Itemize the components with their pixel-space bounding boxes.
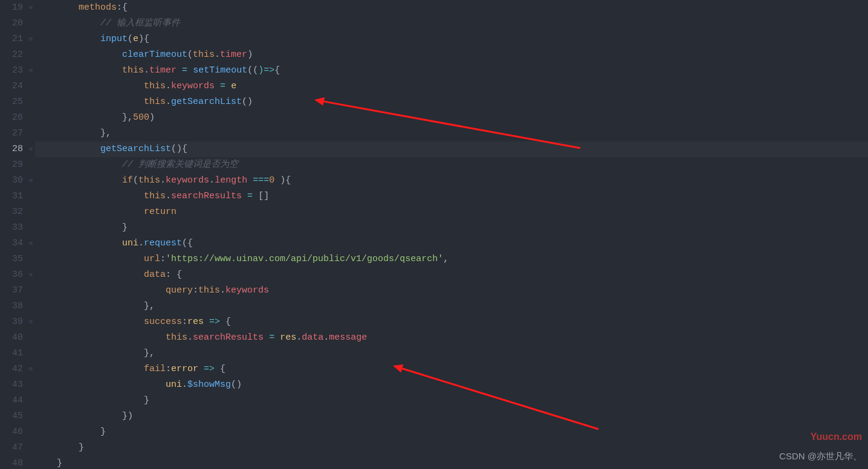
code-line[interactable]: this.searchResults = [] bbox=[35, 189, 868, 204]
code-line[interactable]: },500) bbox=[35, 110, 868, 126]
fold-marker bbox=[27, 189, 35, 204]
code-area[interactable]: methods:{ // 输入框监听事件 input(e){ clearTime… bbox=[35, 0, 868, 469]
fold-marker bbox=[27, 440, 35, 456]
fold-marker bbox=[27, 79, 35, 94]
fold-marker bbox=[27, 283, 35, 299]
line-number[interactable]: 44 bbox=[0, 393, 27, 409]
line-number[interactable]: 37 bbox=[0, 283, 27, 299]
code-line[interactable]: uni.request({ bbox=[35, 236, 868, 251]
code-line[interactable]: this.keywords = e bbox=[35, 79, 868, 94]
fold-marker bbox=[27, 110, 35, 126]
code-line[interactable]: // 输入框监听事件 bbox=[35, 16, 868, 31]
code-line[interactable]: data: { bbox=[35, 267, 868, 283]
line-number[interactable]: 22 bbox=[0, 47, 27, 63]
line-number[interactable]: 47 bbox=[0, 440, 27, 456]
watermark-site: Yuucn.com bbox=[811, 429, 862, 445]
code-line[interactable]: }, bbox=[35, 126, 868, 141]
fold-marker bbox=[27, 424, 35, 440]
line-number[interactable]: 35 bbox=[0, 251, 27, 267]
line-number[interactable]: 24 bbox=[0, 79, 27, 94]
fold-marker bbox=[27, 456, 35, 469]
line-number[interactable]: 36 bbox=[0, 267, 27, 283]
line-number[interactable]: 27 bbox=[0, 126, 27, 141]
line-number[interactable]: 33 bbox=[0, 220, 27, 236]
fold-marker[interactable]: ⊟ bbox=[27, 173, 35, 189]
code-line[interactable]: // 判断搜索关键词是否为空 bbox=[35, 157, 868, 173]
code-line[interactable]: this.getSearchList() bbox=[35, 94, 868, 110]
fold-marker bbox=[27, 251, 35, 267]
line-number[interactable]: 34 bbox=[0, 236, 27, 251]
fold-marker bbox=[27, 204, 35, 220]
fold-marker[interactable]: ⊟ bbox=[27, 361, 35, 377]
line-number[interactable]: 26 bbox=[0, 110, 27, 126]
code-line[interactable]: } bbox=[35, 220, 868, 236]
line-number[interactable]: 40 bbox=[0, 330, 27, 346]
fold-marker bbox=[27, 377, 35, 393]
line-number[interactable]: 21 bbox=[0, 31, 27, 47]
line-number[interactable]: 39 bbox=[0, 314, 27, 330]
line-number[interactable]: 38 bbox=[0, 299, 27, 314]
fold-marker bbox=[27, 330, 35, 346]
code-line[interactable]: }) bbox=[35, 409, 868, 424]
code-line[interactable]: }, bbox=[35, 346, 868, 361]
line-number-gutter[interactable]: 1920212223242526272829303132333435363738… bbox=[0, 0, 27, 469]
code-line[interactable]: methods:{ bbox=[35, 0, 868, 16]
fold-marker bbox=[27, 393, 35, 409]
code-line[interactable]: success:res => { bbox=[35, 314, 868, 330]
line-number[interactable]: 25 bbox=[0, 94, 27, 110]
line-number[interactable]: 42 bbox=[0, 361, 27, 377]
fold-marker bbox=[27, 94, 35, 110]
line-number[interactable]: 28 bbox=[0, 141, 27, 157]
fold-marker bbox=[27, 409, 35, 424]
code-line[interactable]: query:this.keywords bbox=[35, 283, 868, 299]
fold-marker[interactable]: ⊟ bbox=[27, 314, 35, 330]
fold-marker bbox=[27, 299, 35, 314]
fold-marker bbox=[27, 47, 35, 63]
line-number[interactable]: 43 bbox=[0, 377, 27, 393]
code-line[interactable]: fail:error => { bbox=[35, 361, 868, 377]
code-line[interactable]: input(e){ bbox=[35, 31, 868, 47]
line-number[interactable]: 32 bbox=[0, 204, 27, 220]
line-number[interactable]: 23 bbox=[0, 63, 27, 79]
fold-column[interactable]: ⊟⊟⊟⊟⊟⊟⊟⊟⊟ bbox=[27, 0, 35, 469]
code-line[interactable]: clearTimeout(this.timer) bbox=[35, 47, 868, 63]
code-editor[interactable]: 1920212223242526272829303132333435363738… bbox=[0, 0, 868, 469]
line-number[interactable]: 30 bbox=[0, 173, 27, 189]
code-line[interactable]: } bbox=[35, 440, 868, 456]
line-number[interactable]: 19 bbox=[0, 0, 27, 16]
code-line[interactable]: this.timer = setTimeout(()=>{ bbox=[35, 63, 868, 79]
line-number[interactable]: 20 bbox=[0, 16, 27, 31]
fold-marker[interactable]: ⊟ bbox=[27, 236, 35, 251]
fold-marker[interactable]: ⊟ bbox=[27, 141, 35, 157]
fold-marker[interactable]: ⊟ bbox=[27, 63, 35, 79]
code-line[interactable]: } bbox=[35, 393, 868, 409]
line-number[interactable]: 41 bbox=[0, 346, 27, 361]
code-line[interactable]: } bbox=[35, 456, 868, 469]
line-number[interactable]: 48 bbox=[0, 456, 27, 469]
line-number[interactable]: 31 bbox=[0, 189, 27, 204]
line-number[interactable]: 46 bbox=[0, 424, 27, 440]
fold-marker bbox=[27, 346, 35, 361]
code-line[interactable]: } bbox=[35, 424, 868, 440]
code-line[interactable]: if(this.keywords.length ===0 ){ bbox=[35, 173, 868, 189]
line-number[interactable]: 29 bbox=[0, 157, 27, 173]
fold-marker[interactable]: ⊟ bbox=[27, 0, 35, 16]
fold-marker bbox=[27, 16, 35, 31]
fold-marker bbox=[27, 157, 35, 173]
code-line[interactable]: getSearchList(){ bbox=[35, 141, 868, 157]
fold-marker[interactable]: ⊟ bbox=[27, 267, 35, 283]
watermark-author: CSDN @亦世凡华、 bbox=[779, 448, 862, 464]
code-line[interactable]: }, bbox=[35, 299, 868, 314]
code-line[interactable]: this.searchResults = res.data.message bbox=[35, 330, 868, 346]
fold-marker bbox=[27, 126, 35, 141]
code-line[interactable]: return bbox=[35, 204, 868, 220]
code-line[interactable]: uni.$showMsg() bbox=[35, 377, 868, 393]
code-line[interactable]: url:'https://www.uinav.com/api/public/v1… bbox=[35, 251, 868, 267]
fold-marker bbox=[27, 220, 35, 236]
line-number[interactable]: 45 bbox=[0, 409, 27, 424]
fold-marker[interactable]: ⊟ bbox=[27, 31, 35, 47]
